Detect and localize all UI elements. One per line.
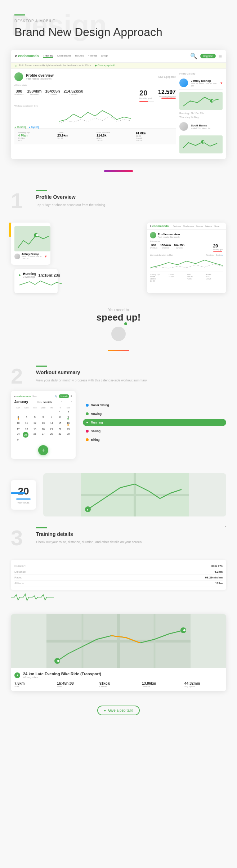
mini-avatar [14, 254, 20, 259]
profile-avatar [14, 72, 23, 81]
cal-header-thu: Thu [48, 406, 55, 410]
workouts-count-card: 20 Workouts [11, 480, 36, 510]
calendar-card: c endomondo Shop 🔍 Upgrade ≡ January Dai… [11, 391, 76, 459]
section1-container: 1 Profile Overview Tap "Play" or choose … [0, 179, 237, 223]
fd-bs-4: 91.8ks41.03124.26 [206, 273, 223, 282]
profile-info: Profile overview Past results this month [26, 73, 54, 80]
cal-day-23[interactable]: 23 [64, 427, 72, 431]
cal-next-icon[interactable]: › [71, 400, 72, 403]
cal-day-22[interactable]: 22 [56, 427, 64, 431]
fd-nav-training[interactable]: Training [173, 225, 180, 227]
section3-desc: Check out your route, distance, duration… [36, 540, 226, 545]
app-logo: c endomondo [15, 54, 39, 58]
cal-day-24[interactable]: 24 [14, 432, 22, 438]
wt-roller-label: Roller Skiing [91, 403, 109, 407]
wt-dot-orange [86, 438, 89, 441]
cal-day-4[interactable]: 4 [23, 415, 30, 420]
cal-day-26[interactable]: 26 [31, 432, 39, 438]
cal-day-6[interactable]: 6 [39, 415, 47, 420]
nav-challenges[interactable]: Challenges [57, 54, 71, 58]
nav-shop[interactable]: Shop [101, 54, 108, 58]
cal-day-31[interactable]: 31 [14, 438, 22, 442]
nav-friends[interactable]: Friends [88, 54, 98, 58]
cal-day-1[interactable]: 1 [56, 410, 64, 414]
cal-day-10[interactable]: 10 [14, 421, 22, 426]
feed-name-2: Scott Burns [191, 124, 210, 127]
mini-heart: ♥ [45, 254, 47, 258]
route-map: ♦ [43, 473, 226, 516]
wt-sailing[interactable]: Sailing [83, 428, 226, 435]
section3-text: Training details Check out your route, d… [36, 527, 226, 545]
fd-nav-routes[interactable]: Routes [196, 225, 203, 227]
route-map-wrapper: ♦ [43, 473, 226, 516]
section2-container: 2 Workout summary View your daily or mon… [11, 366, 226, 387]
cal-day-3[interactable]: 3 [14, 415, 22, 420]
nav-training[interactable]: Training [43, 54, 54, 58]
ts-pace-value: 08:29min/km [205, 576, 223, 579]
stat-duration-label: Duration [45, 93, 60, 95]
cal-day-5[interactable]: 5 [31, 415, 39, 420]
cal-monthly-btn[interactable]: Monthly [44, 401, 52, 403]
profile-overview-title: Profile overview [26, 73, 54, 77]
cal-day-28[interactable]: 28 [48, 432, 55, 438]
heart-icon-1[interactable]: ♥ [220, 81, 223, 85]
stat-calories: 214.52kcal Calories [64, 89, 84, 102]
cal-day-9[interactable]: 9 [64, 415, 72, 420]
cal-daily-btn[interactable]: Daily [37, 401, 42, 403]
cal-day-27[interactable]: 27 [39, 432, 47, 438]
cal-day-2[interactable]: 2 [64, 410, 72, 414]
section3-header-wrapper: ● 3 Training details Check out your rout… [0, 524, 237, 549]
cal-day-29[interactable]: 29 [56, 432, 64, 438]
cal-prev-icon[interactable]: ‹ [61, 400, 62, 403]
cal-day-19[interactable]: 19 [31, 427, 39, 431]
cal-day-30[interactable]: 30 [64, 432, 72, 438]
cal-day-25[interactable]: 25 [23, 432, 28, 438]
upgrade-button[interactable]: Upgrade [200, 54, 216, 58]
cal-day-15[interactable]: 15 [56, 421, 64, 426]
menu-icon[interactable]: ≡ [219, 53, 222, 59]
cal-day-12[interactable]: 12 [31, 421, 39, 426]
cal-day-17[interactable]: 17 [14, 427, 22, 431]
fd-nav-shop[interactable]: Shop [214, 225, 219, 227]
cal-day-18[interactable]: 18 [23, 427, 30, 431]
cal-day-20[interactable]: 20 [39, 427, 47, 431]
full-dash-nav: c endomondo Training Challenges Routes F… [147, 223, 226, 230]
cal-day-13[interactable]: 13 [39, 421, 47, 426]
cal-day-21[interactable]: 21 [48, 427, 55, 431]
bg-text: Design [11, 11, 107, 40]
cal-upgrade-btn[interactable]: Upgrade [59, 394, 69, 398]
cal-search-icon[interactable]: 🔍 [55, 395, 57, 398]
cal-view-toggle: Daily Monthly [37, 401, 52, 403]
ts-altitude-value: 113m [215, 582, 223, 585]
cal-day-11[interactable]: 11 [23, 421, 30, 426]
add-workout-btn[interactable]: + [38, 445, 48, 455]
goal-bar [139, 101, 154, 102]
wt-roller-skiing[interactable]: Roller Skiing [83, 402, 226, 409]
route-title: 24 km Late Evening Bike Ride (Transport) [23, 672, 101, 676]
news-text: Ruth Simon is currently right now to do … [19, 64, 115, 67]
wt-rowing[interactable]: Rowing [83, 410, 226, 417]
cal-day-16[interactable]: 16 [64, 421, 72, 426]
cal-day-8[interactable]: 8 [56, 415, 64, 420]
feed-info-1: Jeffrey Bishop sent 2 Cheers. Mar 11 14h… [191, 79, 218, 87]
nav-routes[interactable]: Routes [75, 54, 84, 58]
running-title: Running [23, 272, 36, 276]
cal-menu-icon[interactable]: ≡ [71, 395, 72, 397]
cal-header-wed: Wed [39, 406, 47, 410]
fd-nav-challenges[interactable]: Challenges [183, 225, 194, 227]
stat-distance-label: Distance [27, 93, 41, 95]
count-bar [16, 498, 31, 500]
cal-nav: January Daily Monthly ‹ › [14, 400, 72, 404]
wt-biking[interactable]: Biking [83, 436, 226, 443]
cal-day-7[interactable]: 7 [48, 415, 55, 420]
search-icon[interactable]: 🔍 [190, 53, 197, 59]
map-1 [179, 92, 223, 110]
ts-duration-label: Duration: [14, 564, 26, 568]
cal-nav-shop[interactable]: Shop [32, 395, 37, 397]
pep-talk-button[interactable]: ● Give a pep talk! [97, 706, 140, 715]
ts-altitude: Altitude: 113m [14, 581, 223, 586]
cal-day-14[interactable]: 14 [48, 421, 55, 426]
wt-running[interactable]: Running [83, 419, 226, 426]
cal-day-empty-5 [48, 410, 55, 414]
fd-nav-friends[interactable]: Friends [205, 225, 212, 227]
